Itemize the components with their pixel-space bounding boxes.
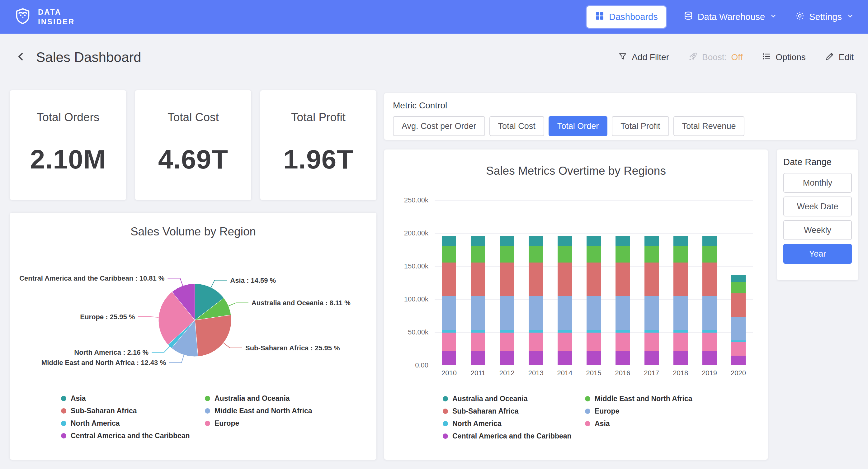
bar-segment xyxy=(529,351,543,365)
bar-segment xyxy=(442,332,456,352)
legend-item[interactable]: Sub-Saharan Africa xyxy=(61,407,205,415)
nav-item-data-warehouse[interactable]: Data Warehouse xyxy=(683,11,778,23)
options-button[interactable]: Options xyxy=(762,52,806,63)
legend-dot xyxy=(61,433,66,438)
date-range-options: MonthlyWeek DateWeeklyYear xyxy=(783,173,852,264)
x-axis-tick: 2019 xyxy=(695,369,724,377)
bar-segment xyxy=(558,296,572,330)
x-axis-tick: 2020 xyxy=(724,369,753,377)
y-axis-tick: 0.00 xyxy=(384,361,428,369)
pie-slice-label: Australia and Oceania : 8.11 % xyxy=(252,299,350,307)
bar-segment xyxy=(616,351,630,365)
bar-2014[interactable] xyxy=(558,236,572,365)
bar-2012[interactable] xyxy=(500,236,514,365)
kpi-label: Total Profit xyxy=(291,111,346,124)
kpi-value: 2.10M xyxy=(30,144,106,175)
date-range-option-3[interactable]: Year xyxy=(783,244,852,264)
legend-dot xyxy=(205,396,210,401)
page-header: Sales Dashboard Add Filter Boost:Off xyxy=(0,34,868,81)
legend-item[interactable]: Australia and Oceania xyxy=(205,394,312,402)
add-filter-button[interactable]: Add Filter xyxy=(618,52,669,63)
legend-dot xyxy=(61,408,66,414)
y-axis-tick: 100.00k xyxy=(384,295,428,303)
metric-option-0[interactable]: Avg. Cost per Order xyxy=(393,116,485,136)
legend-item[interactable]: Central America and the Caribbean xyxy=(443,432,585,440)
bar-slot xyxy=(522,200,551,365)
pie-slice[interactable] xyxy=(195,315,231,356)
top-navbar: DATA INSIDER Dashboards Data Warehous xyxy=(0,0,868,34)
legend-item[interactable]: Middle East and North Africa xyxy=(585,395,692,403)
y-axis-tick: 50.00k xyxy=(384,328,428,336)
bar-segment xyxy=(529,296,543,330)
bar-plot[interactable] xyxy=(435,200,753,365)
bar-2010[interactable] xyxy=(442,236,456,365)
bar-segment xyxy=(674,263,688,296)
legend-label: Sub-Saharan Africa xyxy=(71,407,137,415)
metric-option-1[interactable]: Total Cost xyxy=(489,116,544,136)
edit-button[interactable]: Edit xyxy=(825,52,854,63)
legend-dot xyxy=(61,396,66,401)
pie-leader-line xyxy=(138,317,158,317)
nav-item-dashboards[interactable]: Dashboards xyxy=(587,6,665,28)
back-button[interactable] xyxy=(14,51,27,64)
legend-dot xyxy=(443,409,448,414)
bar-slot xyxy=(464,200,493,365)
bar-2013[interactable] xyxy=(529,236,543,365)
date-range-option-0[interactable]: Monthly xyxy=(783,173,852,193)
pie-legend: AsiaSub-Saharan AfricaNorth AmericaCentr… xyxy=(61,394,312,440)
bar-segment xyxy=(558,351,572,365)
bar-segment xyxy=(616,263,630,296)
bar-segment xyxy=(702,332,717,352)
metric-option-3[interactable]: Total Profit xyxy=(612,116,669,136)
bar-legend: Australia and OceaniaSub-Saharan AfricaN… xyxy=(443,395,692,440)
bar-segment xyxy=(587,296,601,330)
bar-chart-title: Sales Metrics Overtime by Regions xyxy=(384,165,768,177)
legend-dot xyxy=(205,408,210,414)
bar-2011[interactable] xyxy=(471,236,485,365)
add-filter-label: Add Filter xyxy=(632,52,669,62)
pie-slice-label: Middle East and North Africa : 12.43 % xyxy=(41,359,166,367)
bar-segment xyxy=(645,263,659,296)
bar-segment xyxy=(616,236,630,246)
date-range-option-1[interactable]: Week Date xyxy=(783,197,852,216)
bar-2020[interactable] xyxy=(731,275,746,365)
legend-dot xyxy=(585,421,590,426)
kpi-card-total-profit: Total Profit 1.96T xyxy=(260,90,376,200)
nav-item-settings[interactable]: Settings xyxy=(795,11,854,23)
bar-segment xyxy=(500,330,514,332)
bar-2017[interactable] xyxy=(645,236,659,365)
bar-slot xyxy=(608,200,637,365)
legend-item[interactable]: North America xyxy=(443,420,585,428)
date-range-card: Date Range MonthlyWeek DateWeeklyYear xyxy=(777,149,858,280)
metric-option-2[interactable]: Total Order xyxy=(549,116,608,136)
gear-icon xyxy=(795,11,805,23)
x-axis-tick: 2014 xyxy=(551,369,579,377)
date-range-option-2[interactable]: Weekly xyxy=(783,220,852,240)
legend-label: Asia xyxy=(71,394,86,403)
legend-item[interactable]: Europe xyxy=(205,419,312,427)
legend-item[interactable]: Sub-Saharan Africa xyxy=(443,407,585,415)
legend-item[interactable]: Central America and the Caribbean xyxy=(61,432,205,440)
legend-item[interactable]: North America xyxy=(61,419,205,427)
metric-option-4[interactable]: Total Revenue xyxy=(674,116,745,136)
bar-segment xyxy=(442,296,456,330)
legend-item[interactable]: Australia and Oceania xyxy=(443,395,585,403)
bar-2015[interactable] xyxy=(587,236,601,365)
bar-y-axis: 0.0050.00k100.00k150.00k200.00k250.00k xyxy=(384,200,428,365)
legend-item[interactable]: Asia xyxy=(585,420,692,428)
legend-item[interactable]: Middle East and North Africa xyxy=(205,407,312,415)
bar-2018[interactable] xyxy=(674,236,688,365)
bar-segment xyxy=(702,236,717,246)
legend-label: Middle East and North Africa xyxy=(215,407,312,415)
pie-chart[interactable]: Asia : 14.59 %Australia and Oceania : 8.… xyxy=(10,213,376,392)
pie-slice-label: Europe : 25.95 % xyxy=(80,313,135,321)
bar-segment xyxy=(442,351,456,365)
bar-2016[interactable] xyxy=(616,236,630,365)
bar-2019[interactable] xyxy=(702,236,717,365)
legend-item[interactable]: Europe xyxy=(585,407,692,415)
metric-control-options: Avg. Cost per OrderTotal CostTotal Order… xyxy=(393,116,847,136)
boost-toggle[interactable]: Boost:Off xyxy=(688,52,743,63)
pie-slice-label: Asia : 14.59 % xyxy=(230,276,276,284)
kpi-label: Total Cost xyxy=(167,111,219,124)
legend-item[interactable]: Asia xyxy=(61,394,205,402)
